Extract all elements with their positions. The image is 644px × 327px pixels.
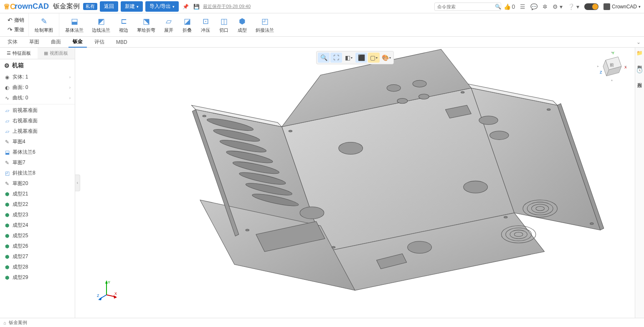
category-tabs: 实体 草图 曲面 钣金 评估 MBD ⌄: [0, 37, 644, 48]
tree-feature[interactable]: ✎草图20: [0, 178, 75, 189]
frame-button[interactable]: ⛶: [330, 53, 342, 63]
program-list-tab[interactable]: 程序列表: [636, 78, 643, 81]
sketch-bend-button[interactable]: ⬔草绘折弯: [134, 15, 159, 34]
tab-sketch[interactable]: 草图: [25, 37, 43, 47]
user-name: CrownCAD: [612, 4, 637, 10]
miter-flange-button[interactable]: ◰斜接法兰: [252, 15, 277, 34]
help-icon[interactable]: ❔ ▾: [568, 3, 579, 10]
view-orientation-button[interactable]: ◧▾: [343, 53, 355, 63]
tree-feature[interactable]: ⬢成型27: [0, 251, 75, 262]
docs-list-tab[interactable]: 文档列表: [636, 60, 643, 63]
svg-point-45: [504, 216, 507, 218]
import-export-button[interactable]: 导入/导出▾: [145, 1, 179, 12]
features-panel-tab[interactable]: ☰特征面板: [0, 48, 38, 59]
tree-plane-front[interactable]: ▱前视基准面: [0, 105, 75, 116]
punch-button[interactable]: ⊡冲压: [197, 15, 214, 34]
tree-plane-right[interactable]: ▱右视基准面: [0, 116, 75, 126]
zoom-fit-button[interactable]: 🔍: [318, 53, 330, 63]
tree-feature[interactable]: ◰斜接法兰8: [0, 168, 75, 178]
workspace: ☰特征面板 ▦视图面板 ⚙ 机箱 ◉实体: 1› ◐曲面: 0› ∿曲线: 0›…: [0, 48, 644, 318]
save-icon[interactable]: 💾: [192, 3, 200, 11]
back-button[interactable]: 返回: [100, 1, 118, 12]
search-input[interactable]: [437, 4, 495, 9]
3d-viewport[interactable]: 🔍 ⛶ ◧▾ ⬛ ▢▾ 🎨▾: [75, 48, 635, 318]
tab-mbd[interactable]: MBD: [112, 38, 132, 47]
command-search[interactable]: 🔍: [434, 3, 501, 11]
caret-down-icon: ▾: [172, 5, 175, 9]
tree-feature[interactable]: ⬢成型28: [0, 262, 75, 272]
surface-icon: ◐: [4, 85, 10, 91]
base-flange-icon: ⬓: [69, 16, 79, 26]
privacy-badge: 私有: [83, 3, 97, 10]
like-button[interactable]: 👍0: [504, 3, 515, 10]
hem-button[interactable]: ⊏褶边: [115, 15, 132, 34]
tab-solid[interactable]: 实体: [3, 37, 22, 47]
tree-plane-top[interactable]: ▱上视基准面: [0, 126, 75, 137]
unfold-button[interactable]: ▱展开: [160, 15, 177, 34]
collapse-ribbon-icon[interactable]: ⌄: [636, 39, 641, 45]
forming-icon: ⬢: [237, 16, 247, 26]
tree-feature[interactable]: ✎草图4: [0, 137, 75, 147]
svg-text:Y: Y: [108, 280, 110, 284]
display-style-button[interactable]: ▢▾: [368, 53, 380, 63]
app-header: ♕CrownCAD 钣金案例 私有 返回 新建▾ 导入/导出▾ 📌 💾 最近保存…: [0, 0, 644, 13]
user-menu[interactable]: CrownCAD ▾: [603, 3, 641, 10]
settings-icon[interactable]: ⚙ ▾: [553, 3, 563, 10]
views-panel-tab[interactable]: ▦视图面板: [38, 48, 75, 59]
svg-point-44: [461, 91, 464, 93]
fold-icon: ◪: [182, 16, 192, 26]
tree-feature[interactable]: ⬢成型29: [0, 272, 75, 283]
form-icon: ⬢: [4, 243, 10, 249]
views-icon: ▦: [44, 51, 48, 56]
edge-flange-button[interactable]: ◩边线法兰: [89, 15, 114, 34]
cutout-button[interactable]: ◫切口: [216, 15, 232, 34]
folder-icon[interactable]: 📁: [636, 50, 643, 56]
tree-feature[interactable]: ⬢成型21: [0, 189, 75, 199]
home-icon[interactable]: ⌂: [3, 320, 6, 325]
tab-evaluate[interactable]: 评估: [90, 37, 109, 47]
tree-curve-count[interactable]: ∿曲线: 0›: [0, 93, 75, 103]
svg-text:前: 前: [610, 63, 614, 67]
view-cube[interactable]: 前 Y X Z: [597, 52, 626, 81]
tree-feature[interactable]: ⬢成型25: [0, 231, 75, 241]
app-logo[interactable]: ♕CrownCAD: [3, 2, 49, 11]
undo-button[interactable]: ↶撤销: [6, 16, 26, 25]
share-icon[interactable]: ✲: [543, 3, 548, 10]
plane-icon: ▱: [4, 118, 10, 124]
tree-surface-count[interactable]: ◐曲面: 0›: [0, 82, 75, 93]
pin-icon[interactable]: 📌: [181, 3, 190, 11]
fold-button[interactable]: ◪折叠: [179, 15, 195, 34]
tab-surface[interactable]: 曲面: [47, 37, 65, 47]
logo-text: rownCAD: [15, 2, 49, 11]
tree-feature[interactable]: ✎草图7: [0, 157, 75, 168]
tree-feature[interactable]: ⬢成型22: [0, 199, 75, 210]
tree-feature[interactable]: ⬢成型26: [0, 241, 75, 251]
tree-feature[interactable]: ⬢成型23: [0, 210, 75, 220]
tree-solid-count[interactable]: ◉实体: 1›: [0, 72, 75, 82]
redo-button[interactable]: ↷重做: [6, 25, 26, 34]
base-flange-button[interactable]: ⬓基体法兰: [62, 15, 87, 34]
new-button[interactable]: 新建▾: [121, 1, 143, 12]
svg-point-20: [300, 207, 324, 219]
chevron-down-icon: ▾: [639, 5, 641, 9]
crown-icon: ♕C: [3, 2, 15, 11]
theme-toggle[interactable]: [584, 3, 598, 10]
sketch-button[interactable]: ✎ 绘制草图: [31, 15, 56, 34]
sidebar-collapse-handle[interactable]: ‹: [75, 175, 80, 191]
comment-icon[interactable]: 💬: [530, 3, 538, 10]
tab-sheetmetal[interactable]: 钣金: [68, 36, 87, 48]
clock-icon[interactable]: 🕓: [636, 68, 643, 74]
tree-feature[interactable]: ⬓基体法兰6: [0, 147, 75, 157]
feature-tree[interactable]: ◉实体: 1› ◐曲面: 0› ∿曲线: 0› ▱前视基准面 ▱右视基准面 ▱上…: [0, 72, 75, 318]
sketch-icon: ✎: [4, 160, 10, 166]
forming-button[interactable]: ⬢成型: [234, 15, 251, 34]
list-icon[interactable]: ☰: [520, 3, 525, 10]
breadcrumb[interactable]: 钣金案例: [9, 319, 27, 326]
tree-feature[interactable]: ⬢成型24: [0, 220, 75, 231]
svg-point-42: [590, 223, 593, 224]
last-saved-label[interactable]: 最近保存于09-28 09:40: [203, 3, 251, 10]
section-view-button[interactable]: ⬛: [355, 53, 367, 63]
search-icon[interactable]: 🔍: [495, 4, 501, 10]
appearance-button[interactable]: 🎨▾: [380, 53, 392, 63]
form-icon: ⬢: [4, 264, 10, 270]
